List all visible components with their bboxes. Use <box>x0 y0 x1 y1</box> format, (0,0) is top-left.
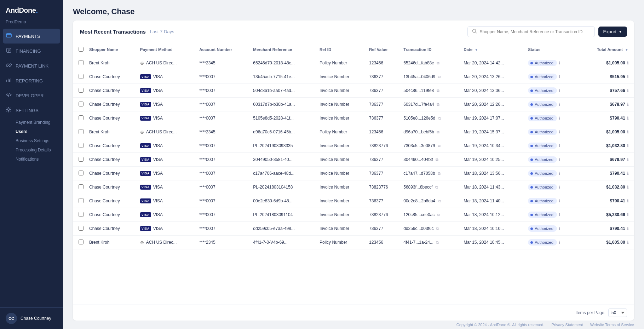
row-select-checkbox[interactable] <box>79 212 84 217</box>
copy-icon[interactable]: ⧉ <box>438 199 441 203</box>
amount-info-icon[interactable]: ℹ <box>627 157 628 162</box>
row-checkbox[interactable] <box>73 98 86 111</box>
row-select-checkbox[interactable] <box>79 143 84 148</box>
copy-icon[interactable]: ⧉ <box>436 157 438 162</box>
info-icon[interactable]: ℹ <box>559 61 560 65</box>
copy-icon[interactable]: ⧉ <box>437 130 439 134</box>
amount-info-icon[interactable]: ℹ <box>627 185 628 189</box>
info-icon[interactable]: ℹ <box>559 130 560 134</box>
sidebar-subitem-users[interactable]: Users <box>0 127 63 136</box>
copy-icon[interactable]: ⧉ <box>437 102 439 106</box>
header-account-number[interactable]: Account Number <box>196 43 250 56</box>
row-checkbox[interactable] <box>73 208 86 222</box>
amount-info-icon[interactable]: ℹ <box>627 144 628 148</box>
amount-info-icon[interactable]: ℹ <box>627 240 628 244</box>
info-icon[interactable]: ℹ <box>559 199 560 203</box>
sidebar-subitem-processing-details[interactable]: Processing Details <box>0 145 63 155</box>
items-per-page-select[interactable]: 50 25 100 <box>608 308 627 317</box>
copy-icon[interactable]: ⧉ <box>438 116 441 120</box>
amount-info-icon[interactable]: ℹ <box>627 130 628 134</box>
sidebar-item-developer[interactable]: DEVELOPER <box>0 88 63 103</box>
sidebar-item-financing[interactable]: FINANCING <box>0 44 63 58</box>
info-icon[interactable]: ℹ <box>559 75 560 79</box>
table-row[interactable]: Chase Courtney VISA VISA ****0007 60317d… <box>73 98 634 111</box>
row-select-checkbox[interactable] <box>79 226 84 231</box>
row-checkbox[interactable] <box>73 111 86 125</box>
header-transaction-id[interactable]: Transaction ID <box>401 43 461 56</box>
info-icon[interactable]: ℹ <box>559 157 560 162</box>
table-row[interactable]: Chase Courtney VISA VISA ****0007 5105e8… <box>73 111 634 125</box>
user-profile[interactable]: CC Chase Courtney <box>0 307 63 329</box>
sidebar-subitem-business-settings[interactable]: Business Settings <box>0 136 63 145</box>
row-select-checkbox[interactable] <box>79 88 84 93</box>
row-checkbox[interactable] <box>73 180 86 194</box>
copy-icon[interactable]: ⧉ <box>437 213 440 217</box>
sidebar-subitem-notifications[interactable]: Notifications <box>0 155 63 164</box>
amount-info-icon[interactable]: ℹ <box>627 226 628 231</box>
amount-info-icon[interactable]: ℹ <box>627 75 628 79</box>
amount-info-icon[interactable]: ℹ <box>627 116 628 120</box>
row-checkbox[interactable] <box>73 167 86 180</box>
table-row[interactable]: Brent Kroh ⊛ ACH US Direc... ****2345 4f… <box>73 236 634 249</box>
sidebar-subitem-payment-branding[interactable]: Payment Branding <box>0 118 63 127</box>
amount-info-icon[interactable]: ℹ <box>627 61 628 65</box>
table-row[interactable]: Chase Courtney VISA VISA ****0007 13b45a… <box>73 70 634 84</box>
search-box[interactable] <box>467 26 595 37</box>
row-checkbox[interactable] <box>73 236 86 249</box>
table-row[interactable]: Chase Courtney VISA VISA ****0007 c17a47… <box>73 167 634 180</box>
row-select-checkbox[interactable] <box>79 115 84 120</box>
copy-icon[interactable]: ⧉ <box>437 88 439 93</box>
info-icon[interactable]: ℹ <box>559 102 560 106</box>
table-row[interactable]: Chase Courtney VISA VISA ****0007 504c86… <box>73 84 634 98</box>
copy-icon[interactable]: ⧉ <box>438 171 441 175</box>
row-checkbox[interactable] <box>73 125 86 139</box>
row-select-checkbox[interactable] <box>79 60 84 65</box>
footer-privacy-link[interactable]: Privacy Statement <box>551 323 583 327</box>
header-date[interactable]: Date ▼ <box>461 43 525 56</box>
row-checkbox[interactable] <box>73 70 86 84</box>
info-icon[interactable]: ℹ <box>559 116 560 120</box>
header-total-amount[interactable]: Total Amount ▼ <box>578 43 634 56</box>
info-icon[interactable]: ℹ <box>559 240 560 244</box>
info-icon[interactable]: ℹ <box>559 213 560 217</box>
amount-info-icon[interactable]: ℹ <box>627 213 628 217</box>
sidebar-item-payments[interactable]: PAYMENTS <box>3 29 60 44</box>
copy-icon[interactable]: ⧉ <box>436 240 439 244</box>
table-row[interactable]: Brent Kroh ⊛ ACH US Direc... ****2345 65… <box>73 56 634 70</box>
copy-icon[interactable]: ⧉ <box>435 185 438 189</box>
info-icon[interactable]: ℹ <box>559 88 560 93</box>
info-icon[interactable]: ℹ <box>559 185 560 189</box>
row-checkbox[interactable] <box>73 153 86 167</box>
row-checkbox[interactable] <box>73 222 86 236</box>
row-select-checkbox[interactable] <box>79 239 84 244</box>
header-merchant-reference[interactable]: Merchant Reference <box>250 43 317 56</box>
row-select-checkbox[interactable] <box>79 198 84 203</box>
info-icon[interactable]: ℹ <box>559 144 560 148</box>
copy-icon[interactable]: ⧉ <box>438 75 441 79</box>
table-row[interactable]: Chase Courtney VISA VISA ****0007 00e2e8… <box>73 194 634 208</box>
header-ref-value[interactable]: Ref Value <box>366 43 401 56</box>
row-select-checkbox[interactable] <box>79 171 84 175</box>
amount-info-icon[interactable]: ℹ <box>627 88 628 93</box>
sidebar-item-settings[interactable]: SETTINGS <box>0 103 63 118</box>
table-row[interactable]: Brent Kroh ⊛ ACH US Direc... ****2345 d9… <box>73 125 634 139</box>
header-payment-method[interactable]: Payment Method <box>137 43 197 56</box>
sidebar-item-payment-link[interactable]: PAYMENT LINK <box>0 58 63 73</box>
amount-info-icon[interactable]: ℹ <box>627 102 628 106</box>
row-checkbox[interactable] <box>73 194 86 208</box>
header-shopper-name[interactable]: Shopper Name <box>86 43 137 56</box>
row-select-checkbox[interactable] <box>79 129 84 134</box>
row-checkbox[interactable] <box>73 56 86 70</box>
table-row[interactable]: Chase Courtney VISA VISA ****0007 PL-202… <box>73 208 634 222</box>
info-icon[interactable]: ℹ <box>559 171 560 175</box>
row-checkbox[interactable] <box>73 139 86 153</box>
footer-terms-link[interactable]: Website Terms of Service <box>590 323 634 327</box>
row-select-checkbox[interactable] <box>79 184 84 189</box>
table-row[interactable]: Chase Courtney VISA VISA ****0007 PL-202… <box>73 139 634 153</box>
row-select-checkbox[interactable] <box>79 157 84 162</box>
copy-icon[interactable]: ⧉ <box>436 226 439 231</box>
sidebar-item-reporting[interactable]: REPORTING <box>0 73 63 88</box>
row-checkbox[interactable] <box>73 84 86 98</box>
export-button[interactable]: Export ▼ <box>598 27 627 37</box>
amount-info-icon[interactable]: ℹ <box>627 171 628 175</box>
